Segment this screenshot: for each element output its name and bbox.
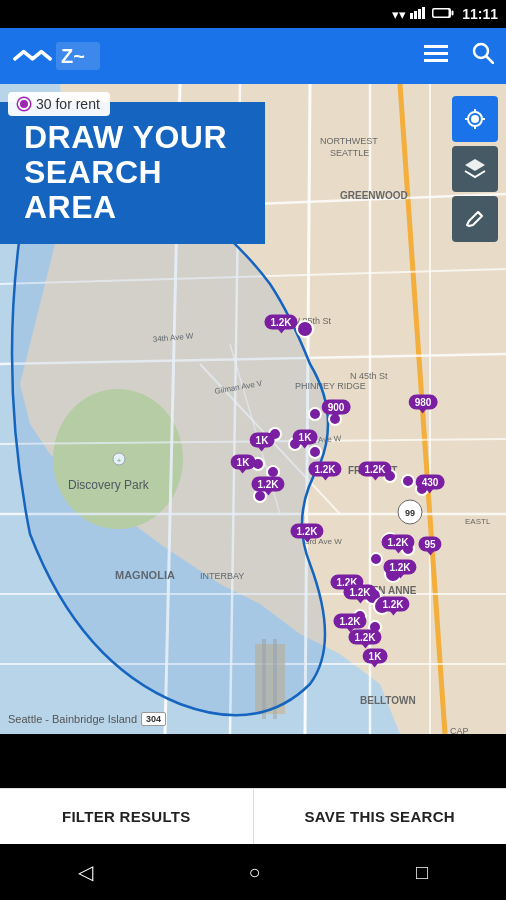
- price-marker[interactable]: 1.2K: [376, 597, 409, 612]
- price-marker[interactable]: 1.2K: [308, 462, 341, 477]
- status-icons: ▾▾ 11:11: [392, 5, 498, 23]
- draw-overlay: DRAW YOUR SEARCH AREA: [0, 102, 265, 244]
- system-nav-bar: ◁ ○ □: [0, 844, 506, 900]
- svg-text:GREENWOOD: GREENWOOD: [340, 190, 408, 201]
- price-marker[interactable]: 1.2K: [290, 524, 323, 539]
- svg-text:99: 99: [405, 508, 415, 518]
- map-container[interactable]: NORTH BEACH BLUE RIDGE GREENWOOD NORTHWE…: [0, 84, 506, 734]
- for-rent-label: 30 for rent: [36, 96, 100, 112]
- price-marker[interactable]: 980: [409, 395, 438, 410]
- location-button[interactable]: [452, 96, 498, 142]
- price-marker[interactable]: 1.2K: [381, 535, 414, 550]
- svg-rect-3: [422, 7, 425, 19]
- draw-overlay-text: DRAW YOUR SEARCH AREA: [24, 120, 241, 226]
- svg-line-14: [486, 56, 493, 63]
- layers-button[interactable]: [452, 146, 498, 192]
- svg-line-68: [478, 212, 482, 216]
- rent-dot: [18, 98, 30, 110]
- price-marker[interactable]: 1.2K: [348, 630, 381, 645]
- svg-rect-10: [424, 45, 448, 48]
- svg-rect-11: [424, 52, 448, 55]
- price-marker[interactable]: 1.2K: [358, 462, 391, 477]
- svg-rect-6: [434, 10, 449, 17]
- for-rent-badge: 30 for rent: [8, 92, 110, 116]
- google-watermark: Seattle - Bainbridge Island 304: [8, 712, 166, 726]
- price-marker[interactable]: 900: [322, 400, 351, 415]
- status-bar: ▾▾ 11:11: [0, 0, 506, 28]
- marker-dot[interactable]: [296, 320, 314, 338]
- header-actions: [424, 42, 494, 70]
- header-logo: Z~: [12, 42, 100, 70]
- price-marker[interactable]: 1.2K: [333, 614, 366, 629]
- price-marker[interactable]: 1K: [363, 649, 388, 664]
- svg-text:CAP: CAP: [450, 726, 469, 734]
- svg-point-61: [471, 115, 479, 123]
- marker-dot[interactable]: [308, 445, 322, 459]
- marker-dot[interactable]: [401, 474, 415, 488]
- svg-rect-5: [452, 11, 454, 16]
- route-sign: 304: [141, 712, 166, 726]
- svg-text:SEATTLE: SEATTLE: [330, 148, 369, 158]
- back-button[interactable]: ◁: [78, 860, 93, 884]
- price-marker[interactable]: 1K: [250, 433, 275, 448]
- app-header: Z~: [0, 28, 506, 84]
- recents-button[interactable]: □: [416, 861, 428, 884]
- search-icon[interactable]: [472, 42, 494, 70]
- z-logo: Z~: [56, 42, 100, 70]
- svg-rect-1: [414, 11, 417, 19]
- svg-rect-2: [418, 9, 421, 19]
- bottom-toolbar: FILTER RESULTS SAVE THIS SEARCH: [0, 788, 506, 844]
- price-marker[interactable]: 1.2K: [343, 585, 376, 600]
- svg-rect-12: [424, 59, 448, 62]
- marker-dot[interactable]: [308, 407, 322, 421]
- zillow-logo: [12, 42, 56, 70]
- svg-marker-67: [465, 159, 485, 171]
- price-marker[interactable]: 1K: [293, 430, 318, 445]
- price-marker[interactable]: 1K: [231, 455, 256, 470]
- home-button[interactable]: ○: [248, 861, 260, 884]
- svg-text:EASTL: EASTL: [465, 517, 491, 526]
- map-controls: [452, 96, 498, 242]
- draw-button[interactable]: [452, 196, 498, 242]
- svg-text:NORTHWEST: NORTHWEST: [320, 136, 378, 146]
- filter-results-button[interactable]: FILTER RESULTS: [0, 789, 254, 844]
- save-search-button[interactable]: SAVE THIS SEARCH: [254, 789, 507, 844]
- price-marker[interactable]: 95: [418, 537, 441, 552]
- price-marker[interactable]: 1.2K: [264, 315, 297, 330]
- menu-icon[interactable]: [424, 43, 448, 69]
- svg-text:BELLTOWN: BELLTOWN: [360, 695, 416, 706]
- price-marker[interactable]: 1.2K: [251, 477, 284, 492]
- svg-text:Z~: Z~: [61, 45, 85, 67]
- google-text: Seattle - Bainbridge Island: [8, 713, 137, 725]
- wifi-icon: ▾▾: [392, 7, 406, 22]
- signal-icon: [410, 6, 428, 22]
- battery-icon: [432, 5, 454, 23]
- status-time: 11:11: [462, 6, 498, 22]
- svg-rect-0: [410, 13, 413, 19]
- svg-text:N 45th St: N 45th St: [350, 371, 388, 381]
- price-marker[interactable]: 430: [416, 475, 445, 490]
- price-marker[interactable]: 1.2K: [383, 560, 416, 575]
- marker-dot[interactable]: [369, 552, 383, 566]
